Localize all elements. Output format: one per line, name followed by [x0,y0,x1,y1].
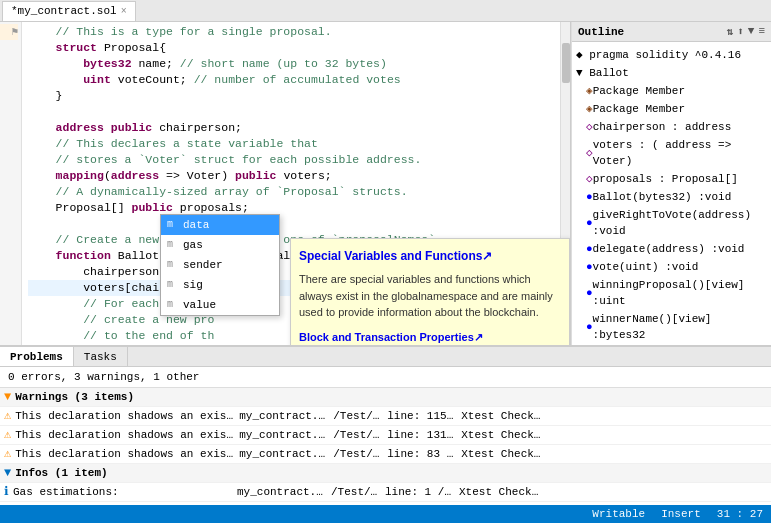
editor-tab[interactable]: *my_contract.sol × [2,1,136,21]
menu-icon[interactable]: ≡ [758,25,765,38]
warn-type-1: Xtest Check (... [461,408,541,424]
warn-resource-1: my_contract.... [239,408,329,424]
outline-item-label: winnerName()[view] :bytes32 [593,311,767,343]
outline-item-winnername[interactable]: ● winnerName()[view] :bytes32 [572,310,771,344]
doc-title: Special Variables and Functions↗ [299,247,561,265]
outline-item-label: Package Member [593,101,685,117]
outline-item-ballot[interactable]: ▼ Ballot [572,64,771,82]
outline-title: Outline [578,26,624,38]
warn-location-3: line: 83 /Test... [387,446,457,462]
autocomplete-item-sender[interactable]: m sender [161,255,279,275]
outline-item-label: Package Member [593,83,685,99]
field-icon: ◇ [586,119,593,135]
ac-label: sig [183,277,203,293]
method-icon: ● [586,285,593,301]
outline-item-ballot-fn[interactable]: ● Ballot(bytes32) :void [572,188,771,206]
outline-item-delegate[interactable]: ● delegate(address) :void [572,240,771,258]
info-desc-1: Gas estimations: [13,484,233,500]
infos-section-label: Infos (1 item) [15,465,107,481]
info-type-1: Xtest Check (... [459,484,539,500]
outline-item-label: chairperson : address [593,119,732,135]
warning-row-1[interactable]: ⚠ This declaration shadows an existing d… [0,407,771,426]
infos-collapse-icon[interactable]: ▼ [4,465,11,481]
outline-item-label: ▼ Ballot [576,65,629,81]
collapse-icon[interactable]: ⬆ [737,25,744,38]
autocomplete-item-gas[interactable]: m gas [161,235,279,255]
warn-desc-2: This declaration shadows an existing dec… [15,427,235,443]
field-icon: ◇ [586,145,593,161]
ac-label: sender [183,257,223,273]
pkg-icon: ◈ [586,101,593,117]
bottom-content: 0 errors, 3 warnings, 1 other ▼ Warnings… [0,367,771,505]
doc-title-link[interactable]: Special Variables and Functions↗ [299,249,492,263]
autocomplete-item-sig[interactable]: m sig [161,275,279,295]
method-icon: ● [586,319,593,335]
member-icon: m [167,257,179,273]
warn-resource-3: my_contract.... [239,446,329,462]
code-line: // A dynamically-sized array of `Proposa… [28,184,560,200]
warning-row-2[interactable]: ⚠ This declaration shadows an existing d… [0,426,771,445]
warning-row-3[interactable]: ⚠ This declaration shadows an existing d… [0,445,771,464]
code-line: // stores a `Voter` struct for each poss… [28,152,560,168]
outline-header-icons: ⇅ ⬆ ▼ ≡ [727,25,765,38]
infos-section-header[interactable]: ▼ Infos (1 item) [0,464,771,483]
outline-item-vote[interactable]: ● vote(uint) :void [572,258,771,276]
warn-desc-3: This declaration shadows an existing dec… [15,446,235,462]
expand-icon[interactable]: ▼ [748,25,755,38]
outline-item-giverightto[interactable]: ● giveRightToVote(address) :void [572,206,771,240]
warn-icon: ⚠ [4,446,11,462]
tab-bar: *my_contract.sol × [0,0,771,22]
close-tab-icon[interactable]: × [121,6,127,17]
outline-item-pragma[interactable]: ◆ pragma solidity ^0.4.16 [572,46,771,64]
line-numbers: ⚑ [0,22,22,345]
member-icon: m [167,297,179,313]
warnings-collapse-icon[interactable]: ▼ [4,389,11,405]
warn-location-1: line: 115 /Test... [387,408,457,424]
code-line: struct Proposal{ [28,40,560,56]
outline-item-label: ◆ pragma solidity ^0.4.16 [576,47,741,63]
member-icon: m [167,217,179,233]
sort-icon[interactable]: ⇅ [727,25,734,38]
outline-item-pkg2[interactable]: ◈ Package Member [572,100,771,118]
autocomplete-item-value[interactable]: m value [161,295,279,315]
problems-summary-text: 0 errors, 3 warnings, 1 other [8,369,199,385]
outline-item-label: voters : ( address => Voter) [593,137,767,169]
outline-item-label: vote(uint) :void [593,259,699,275]
outline-item-pkg1[interactable]: ◈ Package Member [572,82,771,100]
bottom-tabs: Problems Tasks [0,347,771,367]
outline-tree: ◆ pragma solidity ^0.4.16 ▼ Ballot ◈ Pac… [572,42,771,345]
info-row-1[interactable]: ℹ Gas estimations: my_contract.... /Test… [0,483,771,502]
outline-item-voters[interactable]: ◇ voters : ( address => Voter) [572,136,771,170]
warn-icon: ⚠ [4,427,11,443]
editor-content[interactable]: ⚑ // This is a type for a single proposa… [0,22,570,345]
outline-item-label: giveRightToVote(address) :void [593,207,767,239]
warn-desc-1: This declaration shadows an existing dec… [15,408,235,424]
outline-item-chairperson[interactable]: ◇ chairperson : address [572,118,771,136]
autocomplete-popup[interactable]: m data m gas m sender m sig m value [160,214,280,316]
warn-location-2: line: 131 /Test... [387,427,457,443]
outline-item-proposals[interactable]: ◇ proposals : Proposal[] [572,170,771,188]
ac-label: data [183,217,209,233]
code-line: uint voteCount; // number of accumulated… [28,72,560,88]
warnings-section-header[interactable]: ▼ Warnings (3 items) [0,388,771,407]
problems-summary: 0 errors, 3 warnings, 1 other [0,367,771,388]
tab-tasks[interactable]: Tasks [74,347,128,366]
doc-section-link[interactable]: Block and Transaction Properties↗ [299,331,483,343]
doc-intro: There are special variables and function… [299,271,561,321]
code-line: mapping(address => Voter) public voters; [28,168,560,184]
code-line: // This is a type for a single proposal. [28,24,560,40]
scrollbar-thumb[interactable] [562,43,570,83]
bottom-area: Problems Tasks 0 errors, 3 warnings, 1 o… [0,345,771,505]
tab-label: *my_contract.sol [11,5,117,17]
method-icon: ● [586,241,593,257]
warn-icon: ⚠ [4,408,11,424]
tab-tasks-label: Tasks [84,351,117,363]
problems-table[interactable]: ▼ Warnings (3 items) ⚠ This declaration … [0,388,771,505]
outline-item-label: Ballot(bytes32) :void [593,189,732,205]
autocomplete-item-data[interactable]: m data [161,215,279,235]
outline-item-winningproposal[interactable]: ● winningProposal()[view] :uint [572,276,771,310]
info-location-1: line: 1 /Test/s... [385,484,455,500]
ln: ⚑ [0,24,18,40]
tab-problems[interactable]: Problems [0,347,74,366]
info-icon: ℹ [4,484,9,500]
